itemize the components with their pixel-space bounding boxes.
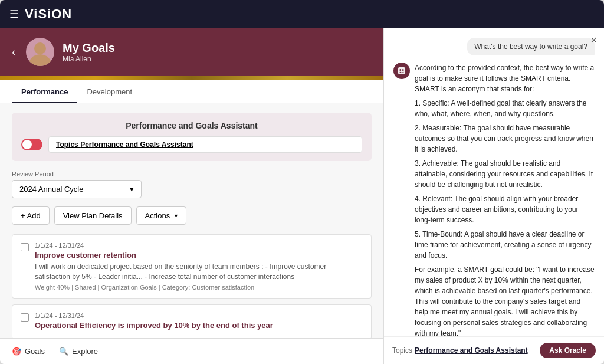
goal-meta-1: Weight 40% | Shared | Organization Goals…: [35, 284, 363, 291]
goals-icon: 🎯: [12, 347, 21, 356]
ai-message: According to the provided context, the b…: [393, 63, 595, 336]
ai-point-1: 1. Specific: A well-defined goal that cl…: [415, 98, 595, 119]
svg-point-1: [34, 42, 46, 54]
explore-icon: 🔍: [59, 347, 68, 356]
goal-checkbox-1[interactable]: [21, 243, 29, 251]
chat-messages: What's the best way to write a goal? Acc…: [384, 28, 604, 336]
actions-button[interactable]: Actions ▾: [136, 206, 187, 225]
action-buttons: + Add View Plan Details Actions ▾: [12, 206, 372, 225]
goal-checkbox-2[interactable]: [21, 313, 29, 322]
chevron-down-icon: ▾: [175, 212, 178, 219]
review-label: Review Period: [12, 170, 372, 178]
topics-label: Topics: [56, 140, 80, 149]
profile-info: My Goals Mia Allen: [63, 41, 115, 63]
ai-point-2: 2. Measurable: The goal should have meas…: [415, 123, 595, 155]
tabs-bar: Performance Development: [0, 80, 383, 103]
goal-content-1: 1/1/24 - 12/31/24 Improve customer reten…: [35, 242, 363, 291]
app-title: ViSiON: [25, 6, 72, 22]
footer-topics-value[interactable]: Performance and Goals Assistant: [415, 346, 528, 355]
user-message: What's the best way to write a goal?: [393, 38, 595, 55]
back-button[interactable]: ‹: [12, 46, 15, 58]
bottom-nav: 🎯 Goals 🔍 Explore: [0, 338, 383, 364]
goal-desc-1: I will work on dedicated project based o…: [35, 262, 363, 282]
goal-date-2: 1/1/24 - 12/31/24: [35, 312, 363, 319]
right-panel: × What's the best way to write a goal?: [384, 28, 604, 364]
assistant-box: Performance and Goals Assistant Topics P…: [12, 113, 372, 161]
footer-topics: Topics Performance and Goals Assistant: [392, 346, 528, 355]
topics-value: Performance and Goals Assistant: [80, 140, 193, 149]
chevron-down-icon: ▾: [130, 185, 134, 194]
view-plan-button[interactable]: View Plan Details: [54, 206, 132, 225]
close-icon[interactable]: ×: [590, 34, 597, 47]
ai-point-5: 5. Time-Bound: A goal should have a clea…: [415, 229, 595, 261]
svg-point-4: [402, 69, 404, 71]
content-area: Performance and Goals Assistant Topics P…: [0, 103, 383, 338]
user-bubble: What's the best way to write a goal?: [467, 38, 595, 55]
left-panel: ‹ My Goals Mia Allen Performance Develop…: [0, 28, 384, 364]
profile-name: My Goals: [63, 41, 115, 55]
goal-title-1[interactable]: Improve customer retention: [35, 251, 363, 260]
ask-oracle-button[interactable]: Ask Oracle: [540, 343, 596, 358]
goals-label: Goals: [25, 347, 45, 356]
ai-avatar-icon: [393, 63, 410, 79]
toggle-icon[interactable]: [21, 139, 42, 150]
goal-item-1: 1/1/24 - 12/31/24 Improve customer reten…: [12, 234, 372, 299]
main-layout: ‹ My Goals Mia Allen Performance Develop…: [0, 28, 604, 364]
profile-username: Mia Allen: [63, 55, 115, 63]
nav-explore[interactable]: 🔍 Explore: [59, 347, 98, 356]
add-button[interactable]: + Add: [12, 206, 50, 225]
ai-point-4: 4. Relevant: The goal should align with …: [415, 194, 595, 225]
chat-footer: Topics Performance and Goals Assistant A…: [384, 336, 604, 364]
svg-rect-2: [398, 67, 405, 74]
assistant-title: Performance and Goals Assistant: [21, 121, 362, 130]
ai-bubble: According to the provided context, the b…: [415, 63, 595, 336]
tab-development[interactable]: Development: [77, 80, 142, 103]
svg-point-0: [28, 54, 52, 66]
review-value: 2024 Annual Cycle: [19, 185, 83, 194]
ai-intro: According to the provided context, the b…: [415, 63, 595, 94]
goal-title-2[interactable]: Operational Efficiency is improved by 10…: [35, 321, 363, 330]
goal-date-1: 1/1/24 - 12/31/24: [35, 242, 363, 249]
goal-content-2: 1/1/24 - 12/31/24 Operational Efficiency…: [35, 312, 363, 332]
review-select[interactable]: 2024 Annual Cycle ▾: [12, 180, 142, 198]
assistant-tag: Topics Performance and Goals Assistant: [48, 136, 362, 153]
nav-goals[interactable]: 🎯 Goals: [12, 347, 45, 356]
avatar: [26, 38, 54, 66]
footer-topics-label: Topics: [392, 346, 412, 355]
goal-item-2: 1/1/24 - 12/31/24 Operational Efficiency…: [12, 304, 372, 338]
header-banner: [0, 76, 383, 80]
explore-label: Explore: [72, 347, 98, 356]
hamburger-icon[interactable]: ☰: [9, 8, 19, 21]
tab-performance[interactable]: Performance: [12, 80, 77, 103]
app-container: ☰ ViSiON ‹ My Goals Mia Allen: [0, 0, 604, 364]
ai-example: For example, a SMART goal could be: "I w…: [415, 264, 595, 336]
svg-point-3: [399, 69, 401, 71]
assistant-row: Topics Performance and Goals Assistant: [21, 136, 362, 153]
top-nav: ☰ ViSiON: [0, 0, 604, 28]
profile-header: ‹ My Goals Mia Allen: [0, 28, 383, 76]
ai-point-3: 3. Achievable: The goal should be realis…: [415, 158, 595, 190]
review-section: Review Period 2024 Annual Cycle ▾: [12, 170, 372, 198]
